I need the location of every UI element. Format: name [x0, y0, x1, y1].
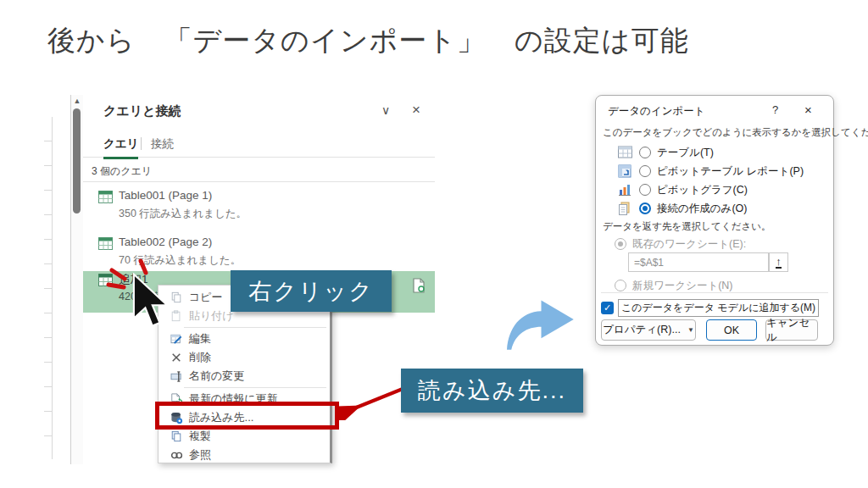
red-annotation-arrow — [337, 381, 407, 420]
option-table[interactable]: テーブル(T) — [618, 144, 714, 161]
ok-button[interactable]: OK — [706, 319, 757, 341]
import-data-dialog: データのインポート ? × このデータをブックでどのように表示するかを選択してく… — [595, 95, 834, 346]
separator — [83, 181, 435, 182]
cancel-button[interactable]: キャンセル — [765, 319, 818, 341]
right-click-callout: 右クリック — [231, 270, 392, 312]
help-icon[interactable]: ? — [772, 103, 778, 116]
delete-icon — [167, 352, 186, 363]
reference-link-icon — [167, 451, 186, 460]
option-pivot-table[interactable]: ピボットテーブル レポート(P) — [618, 163, 804, 180]
add-to-data-model-label: このデータをデータ モデルに追加する(M) — [618, 299, 819, 317]
separator — [601, 292, 828, 293]
range-picker-button[interactable]: ↑ — [769, 252, 788, 272]
table-query-icon — [98, 191, 113, 203]
query-name: Table002 (Page 2) — [119, 236, 212, 248]
table-icon — [618, 146, 633, 159]
panel-title: クエリと接続 — [103, 103, 181, 119]
query-name: Table001 (Page 1) — [119, 189, 212, 202]
refresh-document-icon — [413, 278, 425, 293]
load-to-callout: 読み込み先... — [401, 369, 583, 413]
edit-icon — [167, 333, 186, 345]
table-query-icon — [98, 237, 113, 250]
add-to-data-model-row[interactable]: ✓ このデータをデータ モデルに追加する(M) — [601, 299, 819, 317]
query-row-table001[interactable]: Table001 (Page 1) 350 行読み込まれました。 — [83, 188, 435, 230]
tab-divider — [141, 137, 142, 150]
destination-prompt: データを返す先を選択してください。 — [603, 220, 771, 233]
worksheet-grid-strip — [44, 95, 71, 464]
menu-item-rename[interactable]: 名前の変更 — [159, 367, 330, 385]
radio-pivot-chart[interactable] — [639, 184, 651, 196]
menu-separator — [184, 387, 326, 388]
dialog-title: データのインポート — [608, 104, 705, 119]
scrollbar-thumb[interactable] — [73, 108, 81, 214]
worksheet-gridlines — [44, 117, 53, 459]
close-icon[interactable]: × — [804, 103, 812, 117]
panel-scrollbar[interactable]: ▲ — [71, 95, 83, 464]
option-new-worksheet[interactable]: 新規ワークシート(N) — [615, 277, 733, 294]
menu-item-delete[interactable]: 削除 — [159, 348, 330, 367]
highlight-red-box — [155, 402, 339, 430]
blue-transition-arrow — [502, 297, 578, 351]
query-status: 350 行読み込まれました。 — [119, 207, 247, 221]
menu-item-reference[interactable]: 参照 — [159, 446, 330, 464]
pivot-chart-icon — [618, 183, 633, 197]
option-connection-only[interactable]: 接続の作成のみ(O) — [618, 200, 747, 217]
close-icon[interactable]: × — [412, 102, 420, 119]
checked-checkbox[interactable]: ✓ — [601, 302, 614, 314]
menu-separator — [184, 327, 326, 328]
radio-new-worksheet[interactable] — [615, 280, 626, 291]
page-title: 後から 「データのインポート」 の設定は可能 — [47, 22, 689, 60]
cell-reference-input[interactable] — [628, 252, 769, 272]
chevron-down-icon[interactable]: ∨ — [381, 103, 390, 117]
query-count-label: 3 個のクエリ — [92, 164, 152, 179]
radio-table[interactable] — [639, 147, 651, 158]
display-prompt: このデータをブックでどのように表示するかを選択してください。 — [603, 126, 868, 139]
radio-pivot-table[interactable] — [639, 165, 651, 177]
mouse-cursor-icon — [129, 273, 171, 329]
properties-button[interactable]: プロパティ(R)... ▼ — [601, 319, 696, 341]
menu-item-edit[interactable]: 編集 — [159, 330, 330, 348]
pivot-table-icon — [618, 164, 633, 178]
duplicate-icon — [167, 430, 186, 442]
rename-icon — [167, 371, 186, 382]
option-pivot-chart[interactable]: ピボットグラフ(C) — [618, 181, 748, 198]
menu-item-duplicate[interactable]: 複製 — [159, 427, 330, 446]
radio-existing-worksheet[interactable] — [615, 238, 626, 250]
scroll-up-icon[interactable]: ▲ — [71, 97, 83, 105]
connection-only-icon — [618, 202, 633, 215]
dropdown-caret-icon: ▼ — [687, 326, 694, 334]
tab-queries[interactable]: クエリ — [103, 136, 138, 159]
tab-connections[interactable]: 接続 — [151, 136, 174, 152]
option-existing-worksheet[interactable]: 既存のワークシート(E): — [615, 236, 746, 252]
panel-tabs: クエリ 接続 — [83, 130, 435, 158]
radio-connection-only[interactable] — [639, 202, 651, 214]
